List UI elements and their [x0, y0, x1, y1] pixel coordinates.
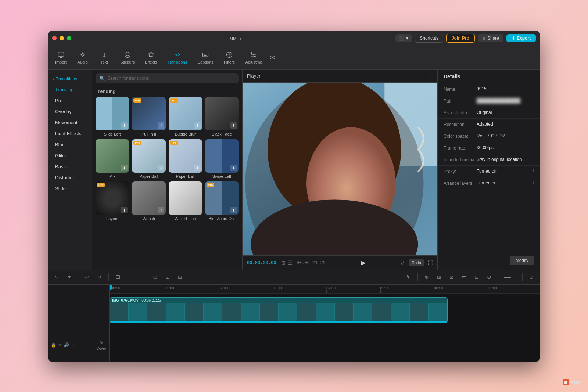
player-menu-icon[interactable]: ≡	[430, 73, 433, 79]
more-tools-button[interactable]: >>	[268, 53, 278, 63]
audio-icon[interactable]: 🔊	[64, 342, 69, 348]
frame-thumb	[110, 303, 129, 323]
share-button[interactable]: ⬆ Share	[478, 34, 503, 42]
sidebar-item-slide[interactable]: Slide	[50, 183, 89, 194]
crop-button[interactable]: ⊡	[162, 272, 173, 282]
trim-end-button[interactable]: ⊢	[137, 272, 148, 282]
transition-white-flash[interactable]: White Flash	[169, 181, 202, 221]
details-row-proxy: Proxy: Turned off ℹ	[438, 166, 540, 177]
trim-button[interactable]: ⊣	[125, 272, 135, 282]
details-label: Imported media:	[444, 157, 477, 162]
undo-button[interactable]: ↩	[82, 272, 92, 282]
search-input[interactable]	[107, 76, 235, 81]
download-icon[interactable]: ⬇	[121, 122, 128, 129]
info-icon[interactable]: ℹ	[533, 169, 534, 173]
transition-layers[interactable]: Pro ⬇ Layers	[96, 181, 129, 221]
search-bar[interactable]: 🔍	[96, 73, 239, 83]
download-icon[interactable]: ⬇	[194, 122, 201, 129]
toolbar-item-audio[interactable]: Audio	[72, 49, 93, 66]
sidebar-item-pro[interactable]: Pro	[50, 95, 89, 106]
transition-pull-in[interactable]: Pro ⬇ Pull In II	[132, 97, 165, 136]
clip-split-button[interactable]: ⊞	[434, 272, 444, 282]
transition-woosh[interactable]: ⬇ Woosh	[132, 181, 165, 221]
download-icon[interactable]: ⬇	[194, 165, 201, 171]
zoom-out-button[interactable]: ⊖	[484, 272, 494, 282]
sidebar-item-distortion[interactable]: Distortion	[50, 172, 89, 183]
sidebar-item-overlay[interactable]: Overlay	[50, 106, 89, 117]
transition-swipe-left[interactable]: ⬇ Swipe Left	[205, 139, 239, 179]
fullscreen-button[interactable]: ⛶	[428, 260, 433, 266]
transition-mix[interactable]: ⬇ Mix	[96, 139, 129, 179]
download-icon[interactable]: ⬇	[230, 165, 237, 171]
transition-slide-left[interactable]: ⬇ Slide Left	[96, 97, 129, 136]
download-icon[interactable]: ⬇	[158, 165, 164, 171]
crop-icon[interactable]: ⤢	[401, 260, 405, 266]
delete-button[interactable]: □	[150, 272, 160, 282]
lock-icon[interactable]: 🔒	[51, 342, 56, 348]
sidebar-item-glitch[interactable]: Glitch	[50, 150, 89, 161]
zoom-slider[interactable]: —	[496, 272, 519, 282]
overlay-button[interactable]: ⊟	[175, 272, 185, 282]
join-pro-button[interactable]: Join Pro	[446, 34, 475, 43]
download-icon[interactable]: ⬇	[158, 122, 164, 129]
minimize-button[interactable]	[60, 36, 64, 40]
download-icon[interactable]: ⬇	[121, 165, 128, 171]
close-button[interactable]	[52, 36, 57, 40]
sidebar-item-light-effects[interactable]: Light Effects	[50, 128, 89, 139]
maximize-button[interactable]	[67, 36, 71, 40]
download-icon[interactable]: ⬇	[230, 122, 237, 129]
toolbar-item-transitions[interactable]: Transitions	[163, 49, 191, 66]
redo-button[interactable]: ↪	[94, 272, 105, 282]
toolbar-item-import[interactable]: Import	[51, 49, 71, 66]
video-clip[interactable]: IMG_0760.MOV 00:06:21:25	[110, 297, 448, 323]
clip-link-button[interactable]: ⊠	[447, 272, 457, 282]
play-button[interactable]: ▶	[361, 259, 366, 267]
export-button[interactable]: ⬇ Export	[506, 34, 536, 42]
toolbar-item-captions[interactable]: Captions	[193, 49, 218, 66]
download-icon[interactable]: ⬇	[121, 207, 128, 213]
sidebar-item-blur[interactable]: Blur	[50, 139, 89, 150]
split-button[interactable]: ⧠	[112, 272, 123, 282]
sidebar-item-basic[interactable]: Basic	[50, 161, 89, 172]
toolbar-item-filters[interactable]: Filters	[219, 49, 240, 66]
shortcuts-button[interactable]: Shortcuts	[415, 34, 443, 43]
modify-button[interactable]: Modify	[510, 256, 534, 265]
more-icon[interactable]: ···	[71, 342, 74, 348]
monitor-button[interactable]: ⬛ ▾	[395, 34, 412, 42]
visibility-icon[interactable]: 👁	[58, 342, 62, 348]
sidebar-item-movement[interactable]: Movement	[50, 117, 89, 128]
details-value-arrange: Turned on	[477, 180, 531, 186]
list-view-icon[interactable]: ☰	[288, 260, 293, 266]
transition-paper-ball-1[interactable]: Pro ⬇ Paper Ball	[132, 139, 165, 179]
toolbar-item-adjustments[interactable]: Adjustme	[241, 49, 267, 66]
share-icon: ⬆	[482, 36, 486, 41]
toolbar-item-stickers[interactable]: Stickers	[116, 49, 139, 66]
download-icon[interactable]: ⬇	[230, 207, 237, 213]
playhead[interactable]	[110, 285, 110, 293]
clip-copy-button[interactable]: ⇄	[459, 272, 469, 282]
details-label: Arrange layers	[444, 180, 477, 186]
player-controls: 00:00:00.00 ⊞ ☰ 00:06:21:25 ▶ ⤢ Ratio ⛶	[243, 255, 437, 270]
transition-paper-ball-2[interactable]: Pro ⬇ Paper Ball	[169, 139, 202, 179]
grid-view-icon[interactable]: ⊞	[281, 260, 286, 266]
clip-join-button[interactable]: ⊕	[422, 272, 432, 282]
timeline-settings-button[interactable]: ⊙	[526, 272, 537, 282]
transition-name: Swipe Left	[205, 174, 239, 179]
traffic-lights	[52, 36, 71, 40]
select-tool-button[interactable]: ↖	[51, 272, 62, 282]
toolbar-item-text[interactable]: Text	[94, 49, 114, 66]
transition-name: Woosh	[132, 216, 165, 221]
sidebar-item-trending[interactable]: Trending	[50, 84, 89, 95]
download-icon[interactable]: ⬇	[158, 207, 164, 213]
video-preview	[243, 83, 437, 255]
info-icon[interactable]: ℹ	[533, 180, 534, 185]
clip-paste-button[interactable]: ⊟	[472, 272, 482, 282]
ratio-button[interactable]: Ratio	[409, 259, 424, 266]
microphone-button[interactable]: 🎙	[404, 272, 414, 282]
transition-black-fade[interactable]: ⬇ Black Fade	[205, 97, 239, 136]
transition-bubble-blur[interactable]: Pro ⬇ Bubble Blur	[169, 97, 202, 136]
select-dropdown[interactable]: ▾	[64, 272, 74, 282]
transition-blur-zoom[interactable]: Pro ⬇ Blur Zoom Out	[205, 181, 239, 221]
cover-button[interactable]: ✎ Cover	[96, 340, 106, 350]
toolbar-item-effects[interactable]: Effects	[140, 49, 161, 66]
